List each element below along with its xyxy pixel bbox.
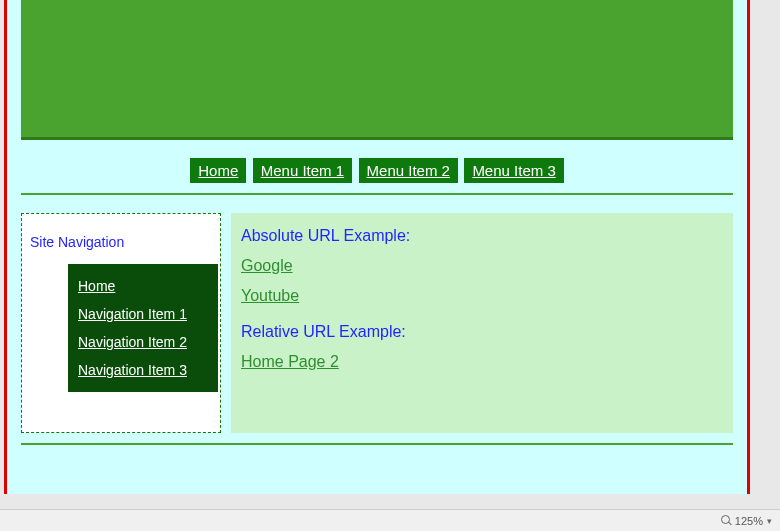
sidebar-title: Site Navigation bbox=[30, 234, 212, 250]
page-viewport: Home Menu Item 1 Menu Item 2 Menu Item 3… bbox=[4, 0, 750, 494]
topnav-home[interactable]: Home bbox=[190, 158, 246, 183]
link-home-page-2[interactable]: Home Page 2 bbox=[241, 353, 339, 371]
zoom-level[interactable]: 125% bbox=[735, 515, 763, 527]
link-google[interactable]: Google bbox=[241, 257, 293, 275]
main-columns: Site Navigation Home Navigation Item 1 N… bbox=[21, 213, 733, 433]
absolute-url-heading: Absolute URL Example: bbox=[241, 227, 723, 245]
divider-bottom bbox=[21, 443, 733, 445]
header-banner bbox=[21, 0, 733, 140]
browser-status-bar: 125% ▾ bbox=[0, 509, 780, 531]
sidenav-item-3[interactable]: Navigation Item 3 bbox=[74, 356, 212, 384]
sidenav-item-2[interactable]: Navigation Item 2 bbox=[74, 328, 212, 356]
topnav-menu-item-1[interactable]: Menu Item 1 bbox=[253, 158, 352, 183]
divider bbox=[21, 193, 733, 195]
topnav-menu-item-2[interactable]: Menu Item 2 bbox=[359, 158, 458, 183]
side-navigation: Home Navigation Item 1 Navigation Item 2… bbox=[68, 264, 218, 392]
sidebar: Site Navigation Home Navigation Item 1 N… bbox=[21, 213, 221, 433]
sidenav-item-1[interactable]: Navigation Item 1 bbox=[74, 300, 212, 328]
top-navigation: Home Menu Item 1 Menu Item 2 Menu Item 3 bbox=[21, 158, 733, 183]
link-youtube[interactable]: Youtube bbox=[241, 287, 299, 305]
zoom-dropdown-arrow[interactable]: ▾ bbox=[767, 516, 772, 526]
relative-url-heading: Relative URL Example: bbox=[241, 323, 723, 341]
topnav-menu-item-3[interactable]: Menu Item 3 bbox=[464, 158, 563, 183]
magnifier-icon bbox=[721, 515, 732, 526]
sidenav-home[interactable]: Home bbox=[74, 272, 212, 300]
main-content: Absolute URL Example: Google Youtube Rel… bbox=[231, 213, 733, 433]
